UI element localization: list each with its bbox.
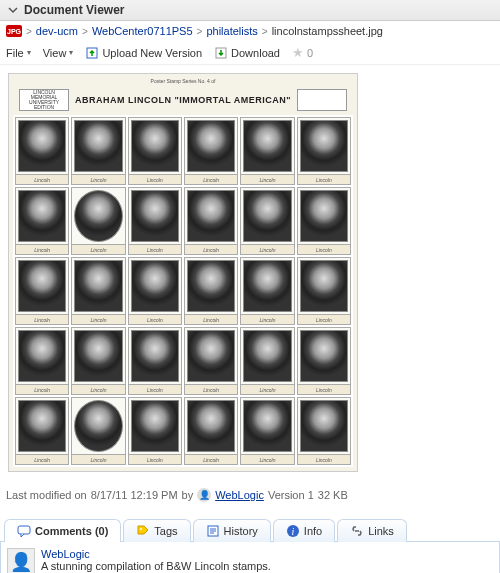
meta-version: Version 1 xyxy=(268,489,314,501)
stamp: Lincoln xyxy=(128,187,182,255)
stamp: Lincoln xyxy=(128,327,182,395)
stamp: Lincoln xyxy=(15,397,69,465)
tab-history[interactable]: History xyxy=(193,519,271,542)
stamp: Lincoln xyxy=(15,257,69,325)
stamp: Lincoln xyxy=(240,257,294,325)
sheet-title: ABRAHAM LINCOLN "IMMORTAL AMERICAN" xyxy=(75,95,291,105)
links-icon xyxy=(350,524,364,538)
stamp: Lincoln xyxy=(240,187,294,255)
stamp: Lincoln xyxy=(297,187,351,255)
comments-icon xyxy=(17,524,31,538)
stamp: Lincoln xyxy=(15,327,69,395)
panel-header: Document Viewer xyxy=(0,0,500,21)
stamp: Lincoln xyxy=(128,257,182,325)
avatar: 👤 xyxy=(7,548,35,573)
stamp: Lincoln xyxy=(128,117,182,185)
breadcrumb-item-philatelists[interactable]: philatelists xyxy=(206,25,257,37)
stamp: Lincoln xyxy=(297,327,351,395)
stamp: Lincoln xyxy=(240,397,294,465)
sheet-subtitle: Poster Stamp Series No. 4 of xyxy=(13,78,353,84)
tab-comments[interactable]: Comments (0) xyxy=(4,519,121,542)
comment-row: 👤 WebLogic A stunning compilation of B&W… xyxy=(7,548,493,573)
toolbar: File View Upload New Version Download ★ … xyxy=(0,41,500,65)
view-menu[interactable]: View xyxy=(43,47,74,59)
stamp: Lincoln xyxy=(71,397,125,465)
stamp: Lincoln xyxy=(71,257,125,325)
breadcrumb: JPG > dev-ucm > WebCenter0711PS5 > phila… xyxy=(0,21,500,41)
download-button[interactable]: Download xyxy=(214,46,280,60)
upload-button[interactable]: Upload New Version xyxy=(85,46,202,60)
stamp: Lincoln xyxy=(15,117,69,185)
meta-prefix: Last modified on xyxy=(6,489,87,501)
star-icon: ★ xyxy=(292,45,304,60)
breadcrumb-separator: > xyxy=(262,26,268,37)
sheet-badge-right xyxy=(297,89,347,111)
file-menu[interactable]: File xyxy=(6,47,31,59)
upload-icon xyxy=(85,46,99,60)
sheet-badge-left: LINCOLN MEMORIAL UNIVERSITY EDITION xyxy=(19,89,69,111)
tab-links[interactable]: Links xyxy=(337,519,407,542)
panel-title: Document Viewer xyxy=(24,3,124,17)
stamp-grid: LincolnLincolnLincolnLincolnLincolnLinco… xyxy=(13,115,353,467)
meta-by: by xyxy=(182,489,194,501)
stamp: Lincoln xyxy=(15,187,69,255)
breadcrumb-separator: > xyxy=(197,26,203,37)
breadcrumb-separator: > xyxy=(26,26,32,37)
comment-text: A stunning compilation of B&W Lincoln st… xyxy=(41,560,493,572)
stamp: Lincoln xyxy=(297,257,351,325)
stamp: Lincoln xyxy=(297,117,351,185)
stamp: Lincoln xyxy=(184,327,238,395)
download-icon xyxy=(214,46,228,60)
tab-tags[interactable]: Tags xyxy=(123,519,190,542)
jpg-icon: JPG xyxy=(6,25,22,37)
stamp: Lincoln xyxy=(184,257,238,325)
meta-user-link[interactable]: WebLogic xyxy=(215,489,264,501)
stamp: Lincoln xyxy=(184,397,238,465)
comment-user[interactable]: WebLogic xyxy=(41,548,493,560)
stamp: Lincoln xyxy=(240,117,294,185)
meta-date: 8/17/11 12:19 PM xyxy=(91,489,178,501)
stamp: Lincoln xyxy=(128,397,182,465)
svg-rect-2 xyxy=(18,526,30,534)
svg-text:i: i xyxy=(291,526,294,537)
stamp: Lincoln xyxy=(297,397,351,465)
meta-size: 32 KB xyxy=(318,489,348,501)
stamp: Lincoln xyxy=(71,327,125,395)
history-icon xyxy=(206,524,220,538)
tags-icon xyxy=(136,524,150,538)
stamp-sheet-image: Poster Stamp Series No. 4 of LINCOLN MEM… xyxy=(8,73,358,472)
like-button[interactable]: ★ 0 xyxy=(292,45,313,60)
user-icon: 👤 xyxy=(197,488,211,502)
comments-panel: 👤 WebLogic A stunning compilation of B&W… xyxy=(0,542,500,573)
breadcrumb-item-current: lincolnstampssheet.jpg xyxy=(272,25,383,37)
image-viewer: Poster Stamp Series No. 4 of LINCOLN MEM… xyxy=(0,65,500,480)
breadcrumb-item-webcenter[interactable]: WebCenter0711PS5 xyxy=(92,25,193,37)
breadcrumb-separator: > xyxy=(82,26,88,37)
stamp: Lincoln xyxy=(71,117,125,185)
breadcrumb-item-devucm[interactable]: dev-ucm xyxy=(36,25,78,37)
tab-bar: Comments (0) Tags History i Info Links xyxy=(0,518,500,542)
stamp: Lincoln xyxy=(240,327,294,395)
collapse-icon[interactable] xyxy=(6,3,20,17)
info-icon: i xyxy=(286,524,300,538)
tab-info[interactable]: i Info xyxy=(273,519,335,542)
file-metadata: Last modified on 8/17/11 12:19 PM by 👤 W… xyxy=(0,480,500,510)
stamp: Lincoln xyxy=(184,117,238,185)
stamp: Lincoln xyxy=(71,187,125,255)
stamp: Lincoln xyxy=(184,187,238,255)
svg-point-3 xyxy=(140,528,142,530)
